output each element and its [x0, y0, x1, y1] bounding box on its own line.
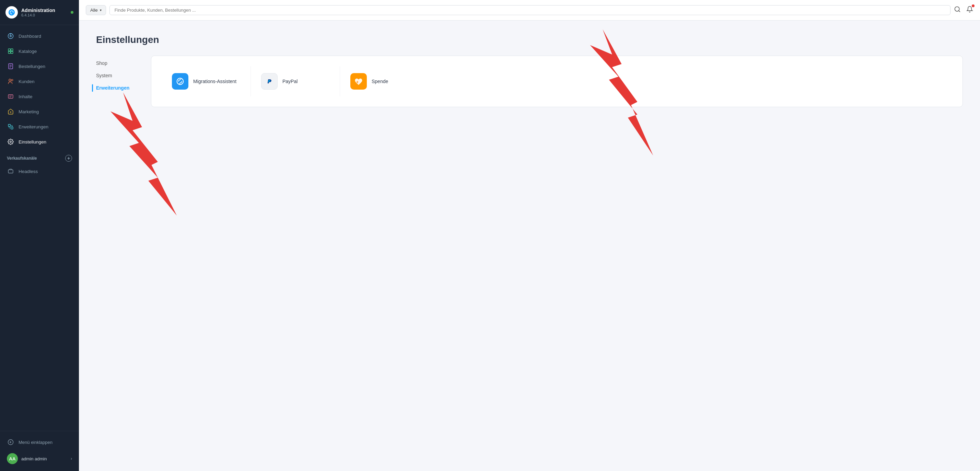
search-bar — [110, 5, 950, 15]
kataloge-label: Kataloge — [19, 49, 37, 54]
settings-content: Migrations-Assistent PayPal — [151, 56, 963, 107]
user-avatar: AA — [7, 453, 18, 464]
app-version: 6.4.14.0 — [21, 13, 55, 17]
collapse-label: Menü einklappen — [19, 440, 52, 445]
svg-point-0 — [9, 9, 15, 16]
filter-chevron-icon: ▾ — [100, 8, 102, 12]
sidebar-item-kataloge[interactable]: Kataloge — [0, 44, 79, 59]
svg-line-24 — [959, 11, 960, 12]
svg-rect-21 — [8, 170, 13, 173]
paypal-name: PayPal — [282, 78, 298, 84]
verkaufskanaele-section: Verkaufskanäle + — [0, 149, 79, 164]
svg-point-2 — [10, 35, 12, 37]
spende-name: Spende — [372, 78, 388, 84]
catalog-icon — [7, 47, 14, 55]
headless-label: Headless — [19, 169, 38, 174]
erweiterungen-label: Erweiterungen — [19, 124, 48, 129]
extension-item-migrations[interactable]: Migrations-Assistent — [162, 66, 251, 96]
migrations-icon — [172, 73, 188, 89]
sidebar-collapse-menu[interactable]: Menü einklappen — [0, 434, 79, 450]
svg-rect-4 — [8, 49, 10, 51]
topbar: Alle ▾ — [79, 0, 980, 21]
sidebar: Administration 6.4.14.0 Dashboard — [0, 0, 79, 471]
search-icon-button[interactable] — [954, 6, 961, 14]
svg-point-25 — [177, 78, 184, 85]
search-filter-button[interactable]: Alle ▾ — [86, 5, 106, 15]
sidebar-header: Administration 6.4.14.0 — [0, 0, 79, 25]
user-name: admin admin — [21, 456, 47, 461]
sidebar-item-inhalte[interactable]: Inhalte — [0, 89, 79, 104]
content-icon — [7, 93, 14, 100]
sidebar-item-marketing[interactable]: Marketing — [0, 104, 79, 119]
dashboard-label: Dashboard — [19, 34, 41, 39]
extensions-grid: Migrations-Assistent PayPal — [162, 66, 952, 96]
settings-nav-shop[interactable]: Shop — [96, 57, 151, 69]
spende-icon: € — [350, 73, 367, 89]
dashboard-icon — [7, 32, 14, 40]
sidebar-item-bestellungen[interactable]: Bestellungen — [0, 59, 79, 74]
orders-icon — [7, 62, 14, 70]
main-area: Alle ▾ Einstellungen — [79, 0, 980, 471]
settings-nav-erweiterungen[interactable]: Erweiterungen — [96, 82, 151, 94]
notification-badge — [972, 5, 975, 7]
svg-rect-6 — [8, 51, 10, 54]
settings-sidebar-nav: Shop System Erweiterungen — [96, 56, 151, 107]
sidebar-item-kunden[interactable]: Kunden — [0, 74, 79, 89]
collapse-icon — [7, 438, 14, 446]
svg-point-17 — [10, 112, 11, 113]
settings-nav-system[interactable]: System — [96, 69, 151, 82]
extensions-icon — [7, 123, 14, 131]
inhalte-label: Inhalte — [19, 94, 33, 99]
filter-label: Alle — [90, 8, 98, 13]
status-dot — [71, 11, 73, 14]
extension-item-paypal[interactable]: PayPal — [251, 66, 340, 96]
settings-layout: Shop System Erweiterungen — [96, 56, 963, 107]
marketing-label: Marketing — [19, 109, 39, 114]
content-area: Einstellungen Shop System Erweiterungen — [79, 21, 980, 471]
svg-point-12 — [9, 79, 11, 81]
app-title-block: Administration 6.4.14.0 — [21, 8, 55, 17]
user-chevron-icon: › — [71, 456, 72, 461]
svg-rect-18 — [8, 124, 10, 126]
bestellungen-label: Bestellungen — [19, 64, 45, 69]
svg-text:€: € — [356, 80, 359, 84]
svg-rect-5 — [11, 49, 13, 51]
sidebar-nav: Dashboard Kataloge — [0, 25, 79, 431]
svg-point-20 — [10, 141, 12, 143]
svg-marker-27 — [110, 93, 177, 216]
app-name: Administration — [21, 8, 55, 13]
headless-icon — [7, 168, 14, 175]
svg-rect-19 — [11, 127, 13, 129]
svg-rect-7 — [11, 51, 13, 54]
app-logo — [5, 6, 18, 19]
sidebar-item-einstellungen[interactable]: Einstellungen — [0, 134, 79, 149]
sidebar-item-headless[interactable]: Headless — [0, 164, 79, 179]
einstellungen-label: Einstellungen — [19, 139, 46, 145]
user-menu[interactable]: AA admin admin › — [0, 450, 79, 468]
page-title: Einstellungen — [96, 34, 963, 45]
customers-icon — [7, 78, 14, 85]
kunden-label: Kunden — [19, 79, 35, 84]
topbar-icons — [954, 6, 973, 14]
sidebar-item-dashboard[interactable]: Dashboard — [0, 29, 79, 44]
add-verkaufskanal-button[interactable]: + — [65, 155, 72, 162]
svg-point-13 — [11, 79, 13, 81]
settings-icon — [7, 138, 14, 145]
marketing-icon — [7, 108, 14, 115]
notification-icon-button[interactable] — [966, 6, 973, 14]
sidebar-footer: Menü einklappen AA admin admin › — [0, 431, 79, 471]
svg-rect-14 — [8, 95, 13, 99]
search-input[interactable] — [115, 8, 945, 13]
paypal-icon — [261, 73, 278, 89]
sidebar-item-erweiterungen[interactable]: Erweiterungen — [0, 119, 79, 134]
extension-item-spende[interactable]: € Spende — [340, 66, 429, 96]
migrations-name: Migrations-Assistent — [193, 78, 236, 84]
